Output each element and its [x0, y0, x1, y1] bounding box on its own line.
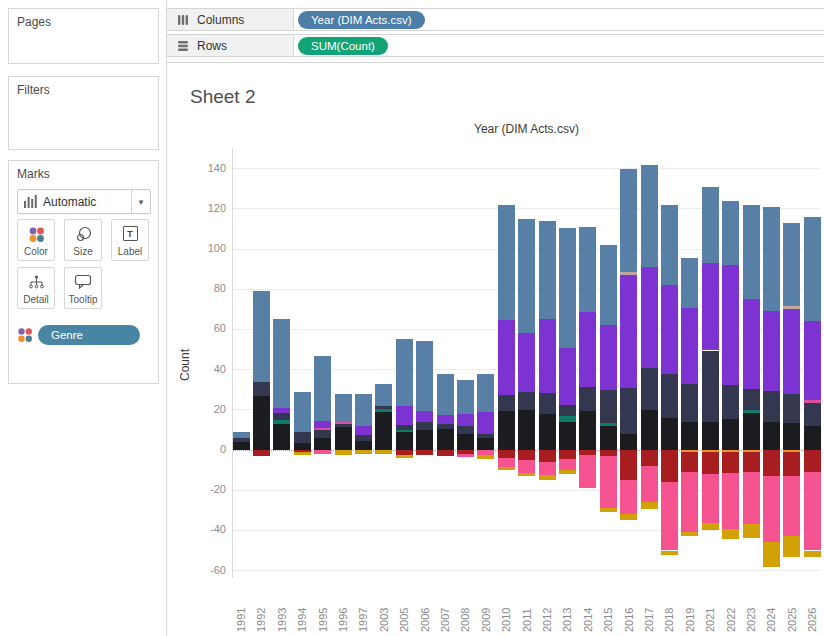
- color-button[interactable]: Color: [17, 219, 55, 261]
- bar-2023-purple[interactable]: [743, 299, 760, 388]
- bar-2018-gold[interactable]: [661, 551, 678, 555]
- bar-1993-navy[interactable]: [273, 413, 290, 420]
- bar-2011-black[interactable]: [518, 410, 535, 450]
- bar-2018-pink[interactable]: [661, 482, 678, 550]
- bar-1996-magenta[interactable]: [335, 422, 352, 424]
- bar-2005-navy[interactable]: [396, 425, 413, 430]
- bar-2007-navy[interactable]: [437, 424, 454, 429]
- bar-2019-purple[interactable]: [681, 308, 698, 383]
- bar-2022-black[interactable]: [722, 419, 739, 450]
- bar-1991-blue[interactable]: [233, 432, 250, 438]
- bar-2003-navy[interactable]: [375, 406, 392, 409]
- bar-2016-navy[interactable]: [620, 388, 637, 434]
- bar-1993-purple[interactable]: [273, 408, 290, 413]
- bar-2008-blue[interactable]: [457, 380, 474, 414]
- bar-2014-pink[interactable]: [579, 455, 596, 488]
- bar-2021-pink[interactable]: [702, 474, 719, 523]
- size-button[interactable]: Size: [64, 219, 102, 261]
- bar-2025-navy[interactable]: [783, 394, 800, 423]
- bar-2022-red[interactable]: [722, 452, 739, 473]
- bar-2025-red[interactable]: [783, 452, 800, 476]
- bar-1994-black[interactable]: [294, 443, 311, 450]
- bar-1992-navy[interactable]: [253, 382, 270, 396]
- bar-2012-black[interactable]: [539, 414, 556, 450]
- bar-2006-navy[interactable]: [416, 422, 433, 430]
- bar-2022-purple[interactable]: [722, 265, 739, 385]
- bar-1992-black[interactable]: [253, 396, 270, 450]
- bar-2026-navy[interactable]: [804, 403, 821, 426]
- bar-2007-purple[interactable]: [437, 415, 454, 424]
- bar-1996-gold[interactable]: [335, 450, 352, 455]
- bar-2019-navy[interactable]: [681, 384, 698, 422]
- bar-2011-blue[interactable]: [518, 219, 535, 334]
- bar-2010-red[interactable]: [498, 450, 515, 458]
- bar-2005-teal[interactable]: [396, 430, 413, 432]
- tooltip-button[interactable]: Tooltip: [64, 267, 102, 309]
- bar-1997-purple[interactable]: [355, 426, 372, 435]
- bar-1991-black[interactable]: [233, 442, 250, 450]
- bar-2016-pink[interactable]: [620, 480, 637, 514]
- bar-2006-black[interactable]: [416, 430, 433, 450]
- bar-2026-purple[interactable]: [804, 321, 821, 399]
- bar-2015-navy[interactable]: [600, 390, 617, 423]
- bar-2024-black[interactable]: [763, 422, 780, 450]
- bar-1994-navy[interactable]: [294, 432, 311, 443]
- bar-2017-pink[interactable]: [641, 466, 658, 502]
- bar-2010-pink[interactable]: [498, 458, 515, 467]
- rows-shelf[interactable]: Rows SUM(Count): [166, 34, 824, 57]
- bar-2005-purple[interactable]: [396, 406, 413, 425]
- bar-2006-blue[interactable]: [416, 341, 433, 410]
- chevron-down-icon[interactable]: ▾: [131, 190, 150, 213]
- bar-2025-gold[interactable]: [783, 536, 800, 556]
- bar-2019-gold[interactable]: [681, 532, 698, 536]
- bar-1995-magenta[interactable]: [314, 428, 331, 430]
- bar-2017-navy[interactable]: [641, 368, 658, 410]
- bar-2021-red[interactable]: [702, 452, 719, 474]
- bar-2025-black[interactable]: [783, 423, 800, 450]
- bar-2021-purple[interactable]: [702, 263, 719, 350]
- bar-2016-blue[interactable]: [620, 169, 637, 273]
- bar-2016-red[interactable]: [620, 450, 637, 480]
- bar-2013-pink[interactable]: [559, 459, 576, 470]
- bar-2012-gold[interactable]: [539, 475, 556, 480]
- bar-2024-blue[interactable]: [763, 207, 780, 312]
- bar-2013-gold[interactable]: [559, 470, 576, 474]
- bar-2013-black[interactable]: [559, 422, 576, 450]
- bar-2023-pink[interactable]: [743, 472, 760, 524]
- bar-2014-navy[interactable]: [579, 387, 596, 411]
- bar-2016-black[interactable]: [620, 434, 637, 450]
- bar-2006-purple[interactable]: [416, 411, 433, 422]
- bar-1993-teal[interactable]: [273, 420, 290, 424]
- bar-2012-red[interactable]: [539, 450, 556, 462]
- bar-2024-red[interactable]: [763, 450, 780, 476]
- bar-2007-red[interactable]: [437, 450, 454, 456]
- bar-1992-red[interactable]: [253, 450, 270, 456]
- bar-1991-navy[interactable]: [233, 438, 250, 442]
- bar-1997-navy[interactable]: [355, 435, 372, 441]
- rows-pill-sum-count[interactable]: SUM(Count): [298, 37, 388, 55]
- bar-2008-pink[interactable]: [457, 454, 474, 457]
- bar-2006-red[interactable]: [416, 450, 433, 455]
- bar-2023-navy[interactable]: [743, 389, 760, 410]
- bar-2026-gold[interactable]: [804, 551, 821, 557]
- bar-2022-pink[interactable]: [722, 473, 739, 529]
- bar-1994-gold[interactable]: [294, 452, 311, 455]
- bar-2019-red[interactable]: [681, 452, 698, 472]
- rows-shelf-body[interactable]: SUM(Count): [294, 35, 824, 56]
- bar-2010-gold[interactable]: [498, 467, 515, 470]
- bar-2022-gold[interactable]: [722, 529, 739, 539]
- bar-2026-blue[interactable]: [804, 217, 821, 322]
- bar-2026-red[interactable]: [804, 450, 821, 472]
- bar-2013-blue[interactable]: [559, 228, 576, 349]
- bar-2011-purple[interactable]: [518, 333, 535, 391]
- bar-2024-pink[interactable]: [763, 476, 780, 542]
- bar-2003-gold[interactable]: [375, 450, 392, 454]
- bar-2012-navy[interactable]: [539, 393, 556, 414]
- bar-2022-blue[interactable]: [722, 201, 739, 265]
- bar-2011-gold[interactable]: [518, 473, 535, 476]
- bar-2014-black[interactable]: [579, 411, 596, 450]
- label-button[interactable]: T Label: [111, 219, 149, 261]
- bar-2026-black[interactable]: [804, 426, 821, 450]
- bar-1995-black[interactable]: [314, 438, 331, 450]
- pages-shelf[interactable]: Pages: [8, 8, 159, 64]
